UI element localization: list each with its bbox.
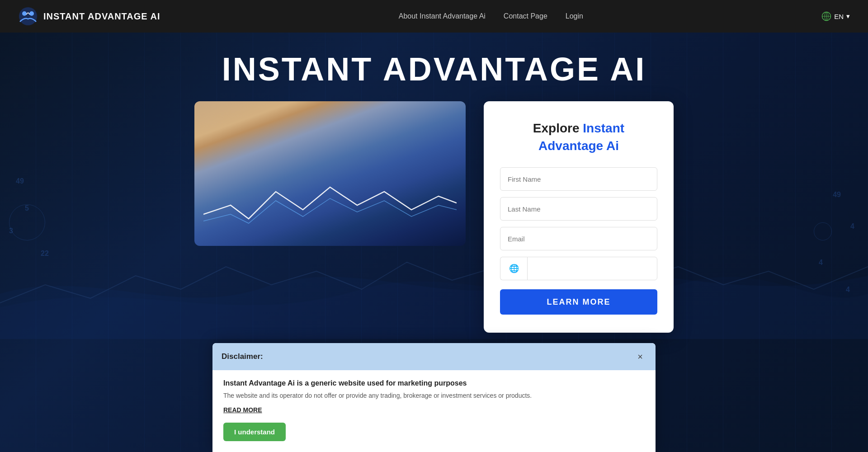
disclaimer-header: Disclaimer: × (212, 343, 656, 370)
disclaimer-sub-text: The website and its operator do not offe… (223, 392, 645, 399)
signup-form-card: Explore Instant Advantage Ai 🌐 LEARN MOR… (484, 101, 674, 333)
svg-point-0 (19, 7, 37, 25)
lang-label: EN (834, 13, 844, 20)
brand-link[interactable]: INSTANT ADVANTAGE AI (18, 6, 160, 26)
hero-content: Explore Instant Advantage Ai 🌐 LEARN MOR… (0, 101, 868, 333)
svg-point-1 (22, 11, 27, 16)
nav-item-login[interactable]: Login (566, 12, 583, 20)
disclaimer-close-button[interactable]: × (634, 350, 646, 363)
language-selector[interactable]: EN ▾ (821, 11, 850, 21)
last-name-input[interactable] (500, 197, 657, 221)
phone-input-wrapper: 🌐 (500, 257, 657, 280)
nav-link-about[interactable]: About Instant Advantage Ai (399, 12, 486, 20)
disclaimer-title: Disclaimer: (222, 352, 263, 361)
form-heading: Explore Instant Advantage Ai (500, 119, 657, 155)
nav-item-contact[interactable]: Contact Page (504, 12, 547, 20)
form-heading-part1: Explore (533, 121, 583, 135)
phone-flag-selector[interactable]: 🌐 (500, 257, 527, 280)
lang-dropdown-icon[interactable]: ▾ (846, 12, 850, 20)
phone-number-input[interactable] (527, 257, 657, 280)
read-more-link[interactable]: READ MORE (223, 406, 645, 414)
hero-section: 49 5 3 22 49 4 4 4 INSTANT ADVANTAGE AI … (0, 33, 868, 452)
trading-image (194, 101, 466, 246)
learn-more-button[interactable]: LEARN MORE (500, 289, 657, 315)
brand-icon (18, 6, 38, 26)
nav-item-about[interactable]: About Instant Advantage Ai (399, 12, 486, 20)
nav-link-contact[interactable]: Contact Page (504, 12, 547, 20)
first-name-input[interactable] (500, 167, 657, 191)
main-nav: About Instant Advantage Ai Contact Page … (399, 12, 583, 20)
svg-point-2 (29, 11, 34, 16)
hero-title: INSTANT ADVANTAGE AI (222, 51, 646, 88)
disclaimer-main-text: Instant Advantage Ai is a generic websit… (223, 379, 645, 387)
nav-link-login[interactable]: Login (566, 12, 583, 20)
disclaimer-body: Instant Advantage Ai is a generic websit… (212, 370, 656, 452)
disclaimer-popup: Disclaimer: × Instant Advantage Ai is a … (212, 343, 656, 452)
globe-icon (821, 11, 831, 21)
navbar: INSTANT ADVANTAGE AI About Instant Advan… (0, 0, 868, 33)
brand-name-text: INSTANT ADVANTAGE AI (43, 11, 160, 22)
i-understand-button[interactable]: I understand (223, 423, 286, 441)
chart-svg (203, 178, 457, 232)
email-input[interactable] (500, 227, 657, 250)
